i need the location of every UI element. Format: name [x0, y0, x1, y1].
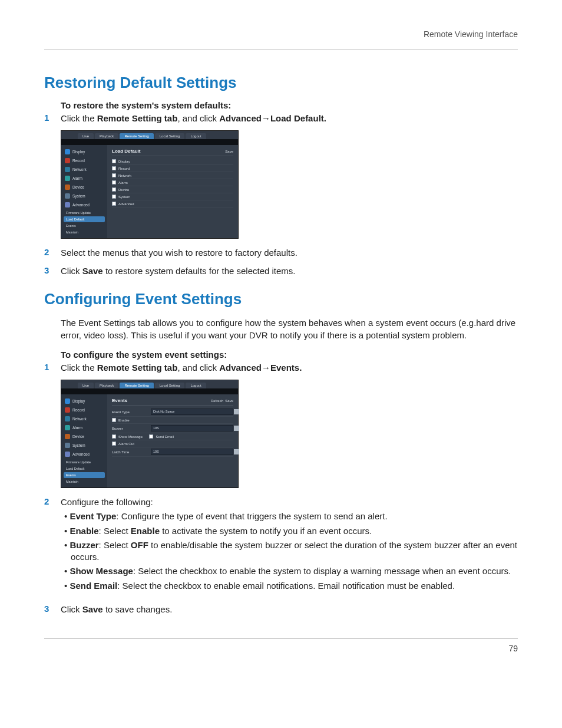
sidebar-item-advanced: Advanced	[61, 450, 107, 459]
sidebar-sub-firmware: Firmware Update	[64, 210, 105, 216]
sidebar-item-network: Network	[61, 165, 107, 174]
tab-remote-setting: Remote Setting	[120, 133, 153, 139]
opt-alarm: Alarm	[112, 179, 233, 186]
step-number: 2	[44, 496, 61, 598]
label: Device	[72, 185, 84, 189]
opt-network: Network	[112, 172, 233, 179]
shot-body: Display Record Network Alarm Device Syst…	[61, 394, 238, 487]
text: : Select	[99, 540, 131, 550]
subhead-configure: To configure the system event settings:	[61, 350, 518, 360]
panel-header: Events Refresh Save	[112, 398, 233, 406]
text: Click	[61, 266, 82, 276]
save-action: Save	[225, 399, 233, 403]
row-latch: Latch Time10S	[112, 447, 233, 457]
sidebar-sub-load-default: Load Default	[64, 466, 105, 472]
list-item: Enable: Select Enable to activate the sy…	[64, 525, 518, 537]
label: Advanced	[72, 203, 90, 207]
step-body: Click the Remote Setting tab, and click …	[61, 362, 518, 374]
sidebar-sub-load-default: Load Default	[64, 216, 105, 222]
list-item: Show Message: Select the checkbox to ena…	[64, 565, 518, 577]
text: Click the	[61, 363, 97, 373]
bold: Show Message	[70, 566, 133, 576]
label: Show Message	[118, 435, 143, 439]
dropdown: Disk No Space	[151, 409, 233, 415]
sidebar-item-alarm: Alarm	[61, 174, 107, 183]
step-body: Configure the following: Event Type: Con…	[61, 496, 518, 598]
bold: Advanced	[219, 113, 262, 123]
text: , and click	[177, 113, 219, 123]
tab-live: Live	[78, 383, 94, 388]
record-icon	[65, 158, 70, 163]
sidebar-item-network: Network	[61, 414, 107, 423]
checkbox-icon	[112, 442, 116, 446]
label: Advanced	[118, 202, 134, 206]
step-number: 3	[44, 265, 61, 277]
gear-icon	[65, 443, 70, 448]
bold: OFF	[131, 540, 148, 550]
list-item: Event Type: Configure the type of event …	[64, 510, 518, 522]
sidebar-item-system: System	[61, 192, 107, 200]
save-action: Save	[225, 150, 233, 153]
gear-icon	[65, 193, 70, 199]
panel-events: Events Refresh Save Event TypeDisk No Sp…	[107, 394, 238, 487]
text: Click	[61, 604, 82, 614]
dropdown: 10S	[151, 449, 233, 455]
label: Device	[118, 188, 129, 192]
bold: Send Email	[70, 581, 117, 591]
tab-bar: Live Playback Remote Setting Local Setti…	[61, 131, 238, 139]
opt-device: Device	[112, 186, 233, 193]
sidebar-item-system: System	[61, 441, 107, 450]
step-3: 3 Click Save to restore system defaults …	[44, 265, 518, 277]
checkbox-icon	[112, 195, 116, 199]
step-body: Click the Remote Setting tab, and click …	[61, 113, 518, 124]
step-body: Click Save to save changes.	[61, 604, 518, 615]
text: to activate the system to notify you if …	[160, 526, 372, 536]
step-body: Click Save to restore system defaults fo…	[61, 265, 518, 277]
divider	[61, 139, 238, 145]
sidebar-item-display: Display	[61, 397, 107, 406]
step-number: 2	[44, 247, 61, 259]
bold: Remote Setting tab	[97, 363, 178, 373]
checkbox-icon	[112, 180, 116, 185]
screenshot-events: Live Playback Remote Setting Local Setti…	[61, 380, 239, 488]
checkbox-icon	[112, 173, 116, 177]
sidebar-item-alarm: Alarm	[61, 423, 107, 432]
label: Device	[72, 434, 84, 439]
sidebar-sub-firmware: Firmware Update	[64, 459, 105, 465]
row-enable: Enable	[112, 417, 233, 424]
bullet-list: Event Type: Configure the type of event …	[64, 510, 518, 592]
refresh-action: Refresh	[211, 399, 223, 403]
label: Buzzer	[112, 427, 148, 430]
screenshot-load-default: Live Playback Remote Setting Local Setti…	[61, 130, 239, 239]
text: : Select the checkbox to enable email no…	[117, 581, 455, 591]
tab-playback: Playback	[95, 383, 118, 388]
page-number: 79	[508, 644, 518, 653]
label: Network	[72, 167, 87, 172]
estep-1: 1 Click the Remote Setting tab, and clic…	[44, 362, 518, 374]
checkbox-icon	[112, 159, 116, 163]
label: Display	[72, 399, 85, 403]
sidebar-sub-maintain: Maintain	[64, 229, 105, 235]
bold: Load Default.	[270, 113, 326, 123]
label: Display	[118, 160, 130, 163]
actions: Refresh Save	[211, 399, 233, 403]
opt-record: Record	[112, 165, 233, 172]
step-1: 1 Click the Remote Setting tab, and clic…	[44, 113, 518, 124]
label: Alarm	[118, 181, 128, 185]
label: Latch Time	[112, 450, 148, 454]
checkbox-icon	[112, 434, 116, 439]
text: Click the	[61, 113, 97, 123]
header-title: Remote Viewing Interface	[424, 29, 518, 39]
row-buzzer: Buzzer10S	[112, 424, 233, 433]
panel-title: Events	[112, 398, 127, 403]
globe-icon	[65, 416, 70, 421]
label: Alarm	[72, 176, 82, 180]
device-icon	[65, 185, 70, 190]
step-body: Select the menus that you wish to restor…	[61, 247, 518, 259]
text: : Configure the type of event that trigg…	[116, 511, 387, 521]
label: System	[118, 195, 130, 199]
label: Send Email	[156, 435, 174, 439]
shot-body: Display Record Network Alarm Device Syst…	[61, 145, 238, 238]
bold: Enable	[70, 526, 98, 536]
sidebar-item-record: Record	[61, 156, 107, 165]
